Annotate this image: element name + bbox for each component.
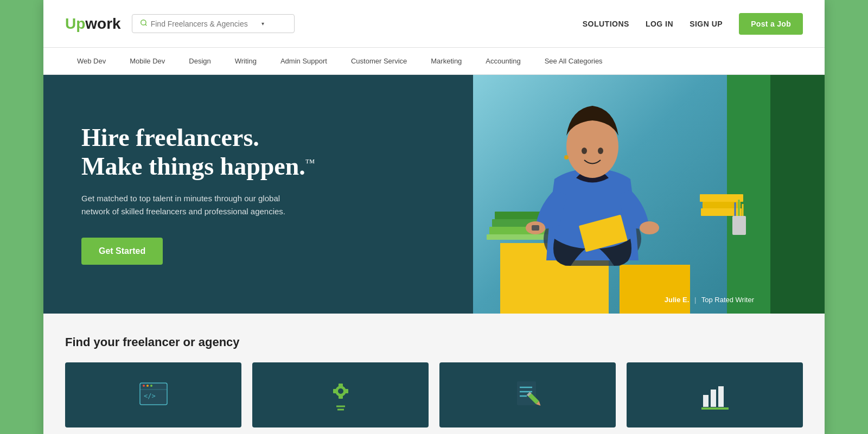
- svg-rect-43: [703, 395, 709, 407]
- card-design-icon-wrapper: [324, 376, 357, 414]
- bottom-heading: Find your freelancer or agency: [65, 335, 803, 349]
- freelancer-title: Top Rated Writer: [701, 296, 754, 304]
- svg-rect-36: [517, 381, 536, 405]
- category-nav: Web Dev Mobile Dev Design Writing Admin …: [43, 48, 825, 75]
- search-icon: [140, 19, 148, 28]
- card-web-dev[interactable]: </>: [65, 362, 241, 427]
- bottom-section: Find your freelancer or agency </>: [43, 314, 825, 434]
- cat-see-all[interactable]: See All Categories: [533, 48, 615, 75]
- svg-rect-32: [333, 389, 337, 393]
- svg-line-1: [145, 24, 146, 26]
- svg-point-25: [150, 385, 152, 387]
- card-sales-icon-wrapper: [699, 379, 731, 411]
- cat-accounting[interactable]: Accounting: [474, 48, 532, 75]
- person-illustration: [506, 81, 679, 266]
- hero-left: Hire freelancers. Make things happen.™ G…: [43, 75, 473, 314]
- freelancer-label: Julie E. | Top Rated Writer: [665, 296, 754, 304]
- card-writing[interactable]: [439, 362, 616, 427]
- page-wrapper: Upwork ▾ SOLUTIONS LOG IN SIGN UP Post a…: [43, 0, 825, 434]
- svg-rect-45: [718, 386, 724, 407]
- search-input[interactable]: [151, 20, 259, 28]
- get-started-button[interactable]: Get Started: [81, 238, 163, 265]
- gear-lightbulb-icon: [324, 376, 357, 414]
- svg-text:</>: </>: [144, 392, 156, 400]
- svg-rect-31: [339, 394, 343, 399]
- hero-section: Hire freelancers. Make things happen.™ G…: [43, 75, 825, 314]
- login-link[interactable]: LOG IN: [646, 20, 673, 28]
- cat-admin-support[interactable]: Admin Support: [269, 48, 339, 75]
- cat-customer-service[interactable]: Customer Service: [339, 48, 419, 75]
- trademark: ™: [305, 157, 315, 168]
- card-design[interactable]: [252, 362, 429, 427]
- cat-marketing[interactable]: Marketing: [419, 48, 474, 75]
- svg-rect-33: [344, 389, 348, 393]
- svg-rect-44: [711, 390, 716, 407]
- logo-up: Up: [65, 15, 85, 33]
- writing-icon: [512, 379, 544, 411]
- svg-rect-30: [339, 384, 343, 388]
- signup-link[interactable]: SIGN UP: [690, 20, 723, 28]
- svg-rect-18: [732, 216, 746, 235]
- svg-rect-46: [701, 407, 729, 410]
- cat-web-dev[interactable]: Web Dev: [65, 48, 118, 75]
- cat-design[interactable]: Design: [177, 48, 222, 75]
- hero-heading: Hire freelancers. Make things happen.™: [81, 124, 435, 181]
- yellow-box-medium: [620, 265, 690, 314]
- category-cards: </>: [65, 362, 803, 427]
- svg-point-23: [143, 385, 145, 387]
- search-bar: ▾: [132, 14, 295, 33]
- post-job-button[interactable]: Post a Job: [739, 13, 803, 35]
- header: Upwork ▾ SOLUTIONS LOG IN SIGN UP Post a…: [43, 0, 825, 48]
- svg-point-13: [564, 155, 569, 159]
- svg-point-9: [598, 148, 603, 154]
- freelancer-name: Julie E.: [665, 296, 690, 304]
- card-sales[interactable]: [627, 362, 803, 427]
- cat-writing[interactable]: Writing: [223, 48, 269, 75]
- svg-point-0: [141, 20, 145, 25]
- book-stack-right: [700, 194, 754, 259]
- cat-mobile-dev[interactable]: Mobile Dev: [118, 48, 177, 75]
- svg-point-29: [338, 388, 343, 394]
- hero-heading-line1: Hire freelancers.: [81, 124, 259, 151]
- solutions-link[interactable]: SOLUTIONS: [583, 20, 629, 28]
- hero-subtext: Get matched to top talent in minutes thr…: [81, 192, 309, 218]
- chart-icon: [699, 379, 731, 411]
- svg-point-8: [582, 148, 587, 154]
- hero-heading-line2: Make things happen.™: [81, 152, 315, 180]
- logo-work: work: [85, 15, 120, 33]
- hero-right: Julie E. | Top Rated Writer: [473, 75, 825, 314]
- header-nav: SOLUTIONS LOG IN SIGN UP Post a Job: [583, 13, 803, 35]
- svg-rect-14: [532, 225, 539, 231]
- card-writing-icon-wrapper: [512, 379, 544, 411]
- svg-rect-15: [700, 194, 743, 202]
- svg-point-24: [146, 385, 149, 387]
- svg-point-11: [640, 221, 659, 234]
- code-icon: </>: [137, 379, 170, 411]
- search-dropdown-arrow[interactable]: ▾: [261, 21, 264, 27]
- card-web-dev-icon-wrapper: </>: [137, 379, 170, 411]
- logo[interactable]: Upwork: [65, 15, 121, 33]
